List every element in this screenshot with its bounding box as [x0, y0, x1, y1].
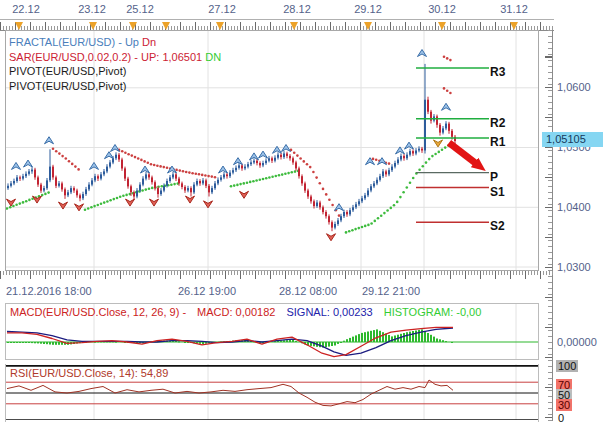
date-tick-label: 27.12 — [208, 3, 236, 15]
sar-label: SAR(EUR/USD,0.02,0.2) - — [9, 51, 138, 63]
rsi-scale-label-30: 30 — [556, 399, 572, 411]
legend-pivot-2: PIVOT(EUR/USD,Pivot) — [9, 79, 221, 94]
date-marker-icon — [162, 22, 170, 30]
price-tick-label: 1,0600 — [557, 81, 591, 93]
legend-fractal: FRACTAL(EUR/USD) - Up Dn — [9, 35, 221, 50]
indicator-legend: FRACTAL(EUR/USD) - Up Dn SAR(EUR/USD,0.0… — [9, 35, 221, 93]
bottom-time-ruler[interactable] — [0, 271, 554, 281]
time-tick-label: 28.12 08:00 — [279, 285, 337, 297]
trading-chart-window: 22.1223.1225.1227.1228.1229.1230.1231.12… — [0, 0, 610, 427]
date-marker-icon — [290, 22, 298, 30]
rsi-legend: RSI(EUR/USD.Close, 14): 54,89 — [10, 367, 168, 379]
date-tick-label: 29.12 — [354, 3, 382, 15]
macd-legend: MACD(EUR/USD.Close, 12, 26, 9) - MACD: 0… — [10, 306, 489, 318]
pivot-label-s2: S2 — [490, 219, 505, 233]
legend-pivot-1: PIVOT(EUR/USD,Pivot) — [9, 64, 221, 79]
signal-value: SIGNAL: 0,00233 — [286, 306, 372, 318]
pivot-label-s1: S1 — [490, 185, 505, 199]
date-marker-icon — [15, 22, 23, 30]
time-tick-label: 26.12 19:00 — [178, 285, 236, 297]
date-tick-label: 30.12 — [428, 3, 456, 15]
sar-up-value: UP: 1,06501 — [141, 51, 202, 63]
pivot-label-r3: R3 — [490, 65, 505, 79]
rsi-scale-label-0: 0 — [556, 412, 566, 424]
macd-value: MACD: 0,00182 — [197, 306, 275, 318]
fractal-label: FRACTAL(EUR/USD) - — [9, 36, 122, 48]
fractal-dn-label: Dn — [142, 36, 156, 48]
time-tick-label: 21.12.2016 18:00 — [6, 285, 92, 297]
pivot-label-r2: R2 — [490, 116, 505, 130]
date-tick-label: 25.12 — [126, 3, 154, 15]
date-marker-icon — [129, 22, 137, 30]
macd-zero-label: 0,00000 — [557, 336, 597, 348]
macd-title-label: MACD(EUR/USD.Close, 12, 26, 9) - — [10, 306, 186, 318]
pivot-label-r1: R1 — [490, 135, 505, 149]
pivot-label-p: P — [490, 170, 498, 184]
current-price-badge: 1,05105 — [542, 132, 603, 147]
price-tick-label: 1,0300 — [557, 261, 591, 273]
date-tick-label: 31.12 — [500, 3, 528, 15]
date-marker-icon — [364, 22, 372, 30]
date-marker-icon — [216, 22, 224, 30]
price-tick-label: 1,0400 — [557, 201, 591, 213]
date-marker-icon — [438, 22, 446, 30]
price-ruler[interactable] — [545, 30, 553, 421]
rsi-scale-label-100: 100 — [556, 360, 578, 372]
fractal-up-label: Up — [125, 36, 139, 48]
time-tick-label: 29.12 21:00 — [362, 285, 420, 297]
date-tick-label: 28.12 — [283, 3, 311, 15]
sar-dn-label: DN — [205, 51, 221, 63]
legend-sar: SAR(EUR/USD,0.02,0.2) - UP: 1,06501 DN — [9, 50, 221, 65]
date-tick-label: 23.12 — [78, 3, 106, 15]
histogram-value: HISTOGRAM: -0,00 — [384, 306, 482, 318]
date-tick-label: 22.12 — [12, 3, 40, 15]
date-marker-icon — [89, 22, 97, 30]
date-marker-icon — [510, 22, 518, 30]
